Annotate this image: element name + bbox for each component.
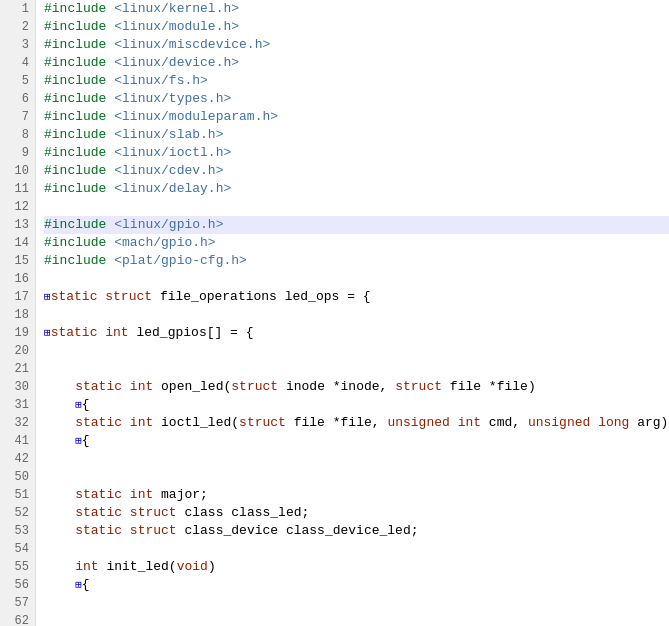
line-num-51: 51 xyxy=(6,486,29,504)
line-num-1: 1 xyxy=(6,0,29,18)
code-line-14: #include <mach/gpio.h> xyxy=(44,234,669,252)
line-num-10: 10 xyxy=(6,162,29,180)
code-line-30: static int open_led(struct inode *inode,… xyxy=(44,378,669,396)
line-num-12: 12 xyxy=(6,198,29,216)
code-line-53: static struct class_device class_device_… xyxy=(44,522,669,540)
code-line-13: #include <linux/gpio.h> xyxy=(44,216,669,234)
line-num-9: 9 xyxy=(6,144,29,162)
line-num-2: 2 xyxy=(6,18,29,36)
line-num-30: 30 xyxy=(6,378,29,396)
code-line-32: static int ioctl_led(struct file *file, … xyxy=(44,414,669,432)
code-line-4: #include <linux/device.h> xyxy=(44,54,669,72)
code-editor: 1 2 3 4 5 6 7 8 9 10 11 12 13 14 15 16 1… xyxy=(0,0,669,626)
line-num-21: 21 xyxy=(6,360,29,378)
line-num-31: 31 xyxy=(6,396,29,414)
code-body[interactable]: #include <linux/kernel.h> #include <linu… xyxy=(36,0,669,626)
code-line-2: #include <linux/module.h> xyxy=(44,18,669,36)
line-num-7: 7 xyxy=(6,108,29,126)
code-line-18 xyxy=(44,306,669,324)
collapse-icon-41[interactable]: ⊞ xyxy=(75,435,82,447)
line-num-50: 50 xyxy=(6,468,29,486)
line-num-41: 41 xyxy=(6,432,29,450)
line-num-14: 14 xyxy=(6,234,29,252)
line-num-13: 13 xyxy=(6,216,29,234)
code-line-21 xyxy=(44,360,669,378)
code-line-52: static struct class class_led; xyxy=(44,504,669,522)
code-line-10: #include <linux/cdev.h> xyxy=(44,162,669,180)
code-line-31: ⊞{ xyxy=(44,396,669,414)
line-num-18: 18 xyxy=(6,306,29,324)
code-line-50 xyxy=(44,468,669,486)
code-line-1: #include <linux/kernel.h> xyxy=(44,0,669,18)
line-num-32: 32 xyxy=(6,414,29,432)
line-num-57: 57 xyxy=(6,594,29,612)
code-line-20 xyxy=(44,342,669,360)
code-line-56: ⊞{ xyxy=(44,576,669,594)
line-num-17: 17 xyxy=(6,288,29,306)
collapse-icon-56[interactable]: ⊞ xyxy=(75,579,82,591)
code-line-57 xyxy=(44,594,669,612)
line-num-6: 6 xyxy=(6,90,29,108)
code-line-8: #include <linux/slab.h> xyxy=(44,126,669,144)
code-line-19: ⊞static int led_gpios[] = { xyxy=(44,324,669,342)
code-line-62 xyxy=(44,612,669,626)
line-num-53: 53 xyxy=(6,522,29,540)
line-num-52: 52 xyxy=(6,504,29,522)
collapse-icon-31[interactable]: ⊞ xyxy=(75,399,82,411)
line-num-3: 3 xyxy=(6,36,29,54)
line-num-42: 42 xyxy=(6,450,29,468)
code-line-54 xyxy=(44,540,669,558)
line-num-16: 16 xyxy=(6,270,29,288)
line-num-4: 4 xyxy=(6,54,29,72)
line-num-5: 5 xyxy=(6,72,29,90)
code-line-7: #include <linux/moduleparam.h> xyxy=(44,108,669,126)
line-num-55: 55 xyxy=(6,558,29,576)
code-line-42 xyxy=(44,450,669,468)
line-num-20: 20 xyxy=(6,342,29,360)
line-num-54: 54 xyxy=(6,540,29,558)
line-num-11: 11 xyxy=(6,180,29,198)
line-number-gutter: 1 2 3 4 5 6 7 8 9 10 11 12 13 14 15 16 1… xyxy=(0,0,36,626)
code-line-41: ⊞{ xyxy=(44,432,669,450)
line-num-15: 15 xyxy=(6,252,29,270)
line-num-62: 62 xyxy=(6,612,29,626)
line-num-56: 56 xyxy=(6,576,29,594)
line-num-8: 8 xyxy=(6,126,29,144)
code-line-9: #include <linux/ioctl.h> xyxy=(44,144,669,162)
code-line-5: #include <linux/fs.h> xyxy=(44,72,669,90)
code-line-17: ⊞static struct file_operations led_ops =… xyxy=(44,288,669,306)
line-num-19: 19 xyxy=(6,324,29,342)
code-line-51: static int major; xyxy=(44,486,669,504)
code-line-6: #include <linux/types.h> xyxy=(44,90,669,108)
collapse-icon-19[interactable]: ⊞ xyxy=(44,327,51,339)
code-line-3: #include <linux/miscdevice.h> xyxy=(44,36,669,54)
code-line-12 xyxy=(44,198,669,216)
code-line-55: int init_led(void) xyxy=(44,558,669,576)
code-line-16 xyxy=(44,270,669,288)
collapse-icon-17[interactable]: ⊞ xyxy=(44,291,51,303)
code-line-11: #include <linux/delay.h> xyxy=(44,180,669,198)
code-line-15: #include <plat/gpio-cfg.h> xyxy=(44,252,669,270)
